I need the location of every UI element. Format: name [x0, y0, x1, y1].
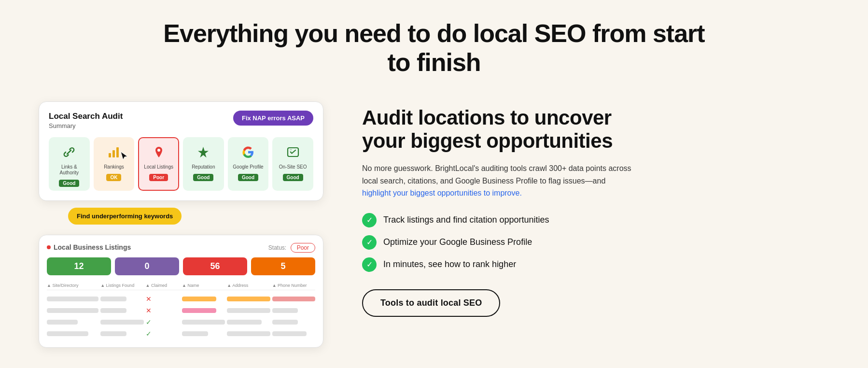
stat-56: 56: [183, 257, 247, 275]
summary-item-local-listings: Local Listings Poor: [138, 137, 179, 191]
cell-cross: ✕: [146, 307, 180, 314]
table-row: ✕: [47, 305, 315, 316]
summary-item-reputation: Reputation Good: [183, 137, 224, 191]
reputation-status: Good: [193, 174, 213, 181]
rankings-status: OK: [106, 174, 121, 181]
svg-rect-0: [109, 153, 111, 157]
cell-skeleton: [47, 308, 98, 313]
right-content: Audit locations to uncover your biggest …: [362, 101, 829, 317]
table-row: ✓: [47, 316, 315, 328]
summary-grid: Links & Authority Good: [49, 137, 313, 191]
links-label: Links & Authority: [53, 164, 86, 176]
description-highlight: highlight your biggest opportunities to …: [362, 189, 522, 197]
cell-skeleton: [272, 308, 298, 313]
main-content: Local Search Audit Summary Fix NAP error…: [0, 101, 868, 348]
rankings-label: Rankings: [98, 164, 131, 170]
cell-skeleton: [227, 320, 261, 325]
onsite-seo-label: On-Site SEO: [276, 164, 309, 170]
feature-text-3: In minutes, see how to rank higher: [383, 259, 516, 269]
table-row: ✕: [47, 293, 315, 305]
status-label: Status:: [268, 244, 286, 251]
listings-card: Local Business Listings Status: Poor 12 …: [39, 235, 323, 348]
cell-skeleton: [182, 320, 225, 325]
svg-point-3: [157, 149, 160, 152]
audit-card: Local Search Audit Summary Fix NAP error…: [39, 101, 323, 201]
local-listings-icon: [150, 143, 168, 161]
cell-check: ✓: [146, 318, 180, 326]
svg-rect-1: [112, 150, 115, 157]
cell-skeleton: [100, 331, 126, 336]
page-headline: Everything you need to do local SEO from…: [0, 0, 868, 101]
summary-item-onsite-seo: On-Site SEO Good: [272, 137, 313, 191]
feature-text-2: Optimize your Google Business Profile: [383, 237, 532, 247]
cell-skeleton: [47, 297, 98, 301]
col-site: ▲ Site/Directory: [47, 283, 98, 288]
col-listings: ▲ Listings Found: [100, 283, 143, 288]
description-text: No more guesswork. BrightLocal's auditin…: [362, 164, 631, 185]
stat-0: 0: [115, 257, 179, 275]
check-icon-1: ✓: [362, 213, 377, 227]
cell-cross: ✕: [146, 295, 180, 303]
col-claimed: ▲ Claimed: [146, 283, 180, 288]
cell-skeleton: [182, 308, 216, 313]
feature-list: ✓ Track listings and find citation oppor…: [362, 213, 829, 272]
col-address: ▲ Address: [227, 283, 270, 288]
find-underperforming-badge: Find underperforming keywords: [68, 208, 182, 225]
status-value-badge: Poor: [291, 243, 315, 253]
feature-text-1: Track listings and find citation opportu…: [383, 215, 549, 225]
cell-skeleton: [227, 331, 270, 336]
cell-skeleton: [100, 308, 126, 313]
cell-skeleton: [272, 331, 307, 336]
right-description: No more guesswork. BrightLocal's auditin…: [362, 162, 632, 199]
listings-card-title: Local Business Listings: [47, 243, 131, 251]
cell-check: ✓: [146, 330, 180, 338]
table-header: ▲ Site/Directory ▲ Listings Found ▲ Clai…: [47, 281, 315, 290]
summary-item-rankings: Rankings OK: [94, 137, 135, 191]
col-name: ▲ Name: [182, 283, 225, 288]
cell-skeleton: [182, 297, 216, 301]
google-profile-icon: [239, 143, 257, 161]
google-profile-label: Google Profile: [232, 164, 265, 170]
onsite-seo-status: Good: [283, 174, 303, 181]
stats-row: 12 0 56 5: [47, 257, 315, 275]
feature-item-2: ✓ Optimize your Google Business Profile: [362, 235, 829, 250]
col-phone: ▲ Phone Number: [272, 283, 315, 288]
feature-item-1: ✓ Track listings and find citation oppor…: [362, 213, 829, 227]
links-status: Good: [59, 180, 79, 187]
cta-button[interactable]: Tools to audit local SEO: [362, 289, 500, 317]
local-listings-status: Poor: [149, 174, 168, 181]
fix-nap-badge: Fix NAP errors ASAP: [233, 111, 313, 126]
summary-item-links: Links & Authority Good: [49, 137, 90, 191]
cell-skeleton: [272, 297, 315, 301]
stat-5: 5: [251, 257, 315, 275]
listings-card-header: Local Business Listings Status: Poor: [47, 243, 315, 252]
onsite-seo-icon: [284, 143, 302, 161]
stat-12: 12: [47, 257, 111, 275]
reputation-label: Reputation: [187, 164, 220, 170]
svg-rect-2: [116, 147, 119, 157]
feature-item-3: ✓ In minutes, see how to rank higher: [362, 257, 829, 272]
cell-skeleton: [182, 331, 208, 336]
summary-item-google-profile: Google Profile Good: [228, 137, 269, 191]
cell-skeleton: [100, 320, 143, 325]
check-icon-3: ✓: [362, 257, 377, 272]
check-icon-2: ✓: [362, 235, 377, 250]
cell-skeleton: [47, 320, 78, 325]
reputation-icon: [194, 143, 212, 161]
listings-status-badge: Status: Poor: [268, 243, 315, 252]
cursor-arrow-icon: [119, 151, 129, 161]
table-row: ✓: [47, 328, 315, 340]
google-profile-status: Good: [238, 174, 258, 181]
local-listings-label: Local Listings: [142, 164, 175, 170]
links-authority-icon: [60, 143, 78, 161]
ui-mockup: Local Search Audit Summary Fix NAP error…: [39, 101, 323, 348]
cell-skeleton: [227, 308, 270, 313]
right-title: Audit locations to uncover your biggest …: [362, 106, 829, 153]
cell-skeleton: [47, 331, 88, 336]
cell-skeleton: [227, 297, 270, 301]
cell-skeleton: [272, 320, 298, 325]
cell-skeleton: [100, 297, 126, 301]
